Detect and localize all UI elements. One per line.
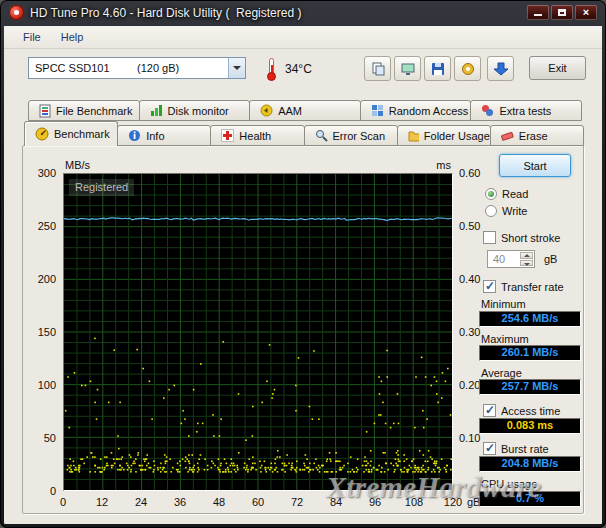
minimize-icon xyxy=(534,14,542,16)
maximum-value: 260.1 MB/s xyxy=(479,345,581,361)
burst-rate-row[interactable]: Burst rate xyxy=(483,442,549,455)
tab-label: Extra tests xyxy=(499,105,551,117)
x-tick-label: 96 xyxy=(362,496,388,508)
title-bar[interactable]: HD Tune Pro 4.60 - Hard Disk Utility ( R… xyxy=(0,0,606,26)
exit-button[interactable]: Exit xyxy=(529,56,586,80)
read-radio[interactable] xyxy=(485,188,497,200)
short-stroke-row[interactable]: Short stroke xyxy=(483,231,560,244)
aam-icon xyxy=(260,104,273,117)
tab-random-access[interactable]: Random Access xyxy=(360,100,472,121)
burst-rate-checkbox[interactable] xyxy=(483,442,496,455)
benchmark-icon xyxy=(35,127,49,141)
registered-watermark: Registered xyxy=(69,179,134,196)
x-tick-label: 84 xyxy=(323,496,349,508)
tab-error-scan[interactable]: Error Scan xyxy=(304,125,398,146)
tab-label: Folder Usage xyxy=(424,130,490,142)
benchmark-chart: Registered xyxy=(63,173,453,491)
y-left-axis-unit: MB/s xyxy=(65,159,90,171)
tab-label: AAM xyxy=(278,105,302,117)
y-right-tick-label: 0.20 xyxy=(459,379,480,391)
short-stroke-value: 40 xyxy=(493,252,505,267)
health-icon xyxy=(221,129,234,142)
menu-file[interactable]: File xyxy=(14,28,50,46)
tab-label: Benchmark xyxy=(54,128,110,140)
access-time-value: 0.083 ms xyxy=(479,418,581,434)
y-right-tick-label: 0.50 xyxy=(459,220,480,232)
minimum-label: Minimum xyxy=(481,298,526,310)
write-radio-row[interactable]: Write xyxy=(485,205,527,217)
tab-label: Health xyxy=(239,130,271,142)
x-tick-label: 12 xyxy=(89,496,115,508)
y-right-tick-label: 0.60 xyxy=(459,167,480,179)
tab-info[interactable]: Info xyxy=(117,125,211,146)
drive-select[interactable]: SPCC SSD101 (120 gB) xyxy=(28,57,246,79)
folder-usage-icon xyxy=(408,130,419,142)
tab-label: Info xyxy=(146,130,164,142)
y-right-tick-label: 0.10 xyxy=(459,432,480,444)
tab-erase[interactable]: Erase xyxy=(490,125,584,146)
y-left-tick-label: 300 xyxy=(26,167,56,179)
short-stroke-label: Short stroke xyxy=(501,232,560,244)
y-left-tick-label: 50 xyxy=(26,432,56,444)
copy-info-button[interactable] xyxy=(364,56,391,81)
tab-health[interactable]: Health xyxy=(210,125,304,146)
maximize-icon xyxy=(558,9,566,16)
short-stroke-checkbox[interactable] xyxy=(483,231,496,244)
transfer-rate-checkbox[interactable] xyxy=(483,280,496,293)
benchmark-panel: MB/s ms gB 050100150200250300 0.100.200.… xyxy=(22,145,584,514)
y-right-tick-label: 0.30 xyxy=(459,326,480,338)
menu-help[interactable]: Help xyxy=(52,28,93,46)
window-title: HD Tune Pro 4.60 - Hard Disk Utility ( R… xyxy=(30,6,301,20)
window-controls: × xyxy=(527,5,597,20)
client-area: File Help SPCC SSD101 (120 gB) 34°C xyxy=(4,26,602,524)
disk-monitor-icon xyxy=(150,104,163,117)
access-time-checkbox[interactable] xyxy=(483,404,496,417)
copy-screenshot-button[interactable] xyxy=(394,56,421,81)
benchmark-plot xyxy=(64,174,452,490)
transfer-rate-label: Transfer rate xyxy=(501,281,564,293)
tab-extra-tests[interactable]: Extra tests xyxy=(470,100,582,121)
tab-benchmark[interactable]: Benchmark xyxy=(24,121,118,146)
x-tick-label: 36 xyxy=(167,496,193,508)
close-icon: × xyxy=(575,5,597,19)
stepper-down-icon[interactable] xyxy=(520,260,533,267)
read-radio-row[interactable]: Read xyxy=(485,188,528,200)
tab-folder-usage[interactable]: Folder Usage xyxy=(397,125,491,146)
short-stroke-unit: gB xyxy=(544,253,557,265)
options-button[interactable] xyxy=(454,56,481,81)
access-time-row[interactable]: Access time xyxy=(483,404,560,417)
average-value: 257.7 MB/s xyxy=(479,379,581,395)
start-button[interactable]: Start xyxy=(499,154,571,177)
transfer-rate-row[interactable]: Transfer rate xyxy=(483,280,564,293)
y-right-axis-unit: ms xyxy=(421,159,451,171)
average-label: Average xyxy=(481,367,522,379)
tab-disk-monitor[interactable]: Disk monitor xyxy=(139,100,251,121)
capture-button[interactable] xyxy=(487,56,514,81)
write-label: Write xyxy=(502,205,527,217)
short-stroke-stepper[interactable]: 40 xyxy=(487,250,535,268)
cpu-usage-label: CPU usage xyxy=(481,478,537,490)
close-button[interactable]: × xyxy=(575,5,597,20)
maximize-button[interactable] xyxy=(551,5,573,20)
x-tick-label: 60 xyxy=(245,496,271,508)
tab-strip-primary: Benchmark Info Health Error Scan Folder … xyxy=(24,121,584,146)
y-left-tick-label: 250 xyxy=(26,220,56,232)
tab-file-benchmark[interactable]: File Benchmark xyxy=(28,100,140,121)
tab-aam[interactable]: AAM xyxy=(249,100,361,121)
minimize-button[interactable] xyxy=(527,5,549,20)
write-radio[interactable] xyxy=(485,205,497,217)
options-icon xyxy=(461,62,475,76)
hd-tune-app-icon xyxy=(9,5,24,20)
x-axis: 01224364860728496108120 xyxy=(63,496,467,510)
error-scan-icon xyxy=(315,129,328,142)
x-tick-label: 108 xyxy=(401,496,427,508)
stepper-buttons xyxy=(520,252,533,266)
drive-capacity: (120 gB) xyxy=(137,62,228,74)
download-arrow-icon xyxy=(493,61,509,77)
save-screenshot-button[interactable] xyxy=(424,56,451,81)
combo-dropdown-button[interactable] xyxy=(228,58,245,78)
stepper-up-icon[interactable] xyxy=(520,252,533,259)
info-icon xyxy=(128,129,141,142)
tab-label: Erase xyxy=(519,130,548,142)
y-left-tick-label: 100 xyxy=(26,379,56,391)
